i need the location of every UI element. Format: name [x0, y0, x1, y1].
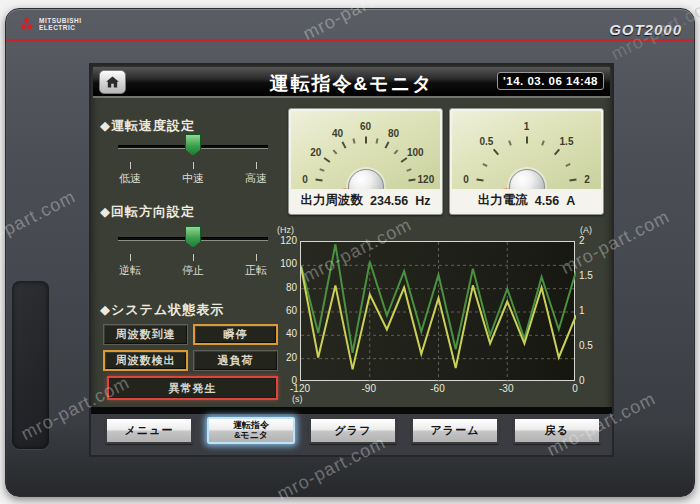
meter-tick-mark [554, 148, 560, 155]
right-axis-ticks: 21.510.50 [579, 235, 603, 387]
left-axis-ticks: 120100806040200 [273, 235, 297, 387]
meter-tick-label: 0.5 [480, 135, 494, 146]
meter-tick-mark [483, 162, 488, 166]
meter-tick-label: 1 [524, 121, 530, 132]
axis-tick-label: 80 [286, 282, 297, 294]
status-lamp-frequency-detected: 周波数検出 [103, 350, 188, 371]
meter-tick-mark [324, 157, 331, 163]
meter-tick-mark [400, 157, 407, 163]
x-axis-ticks: -120-90-60-300 [282, 383, 593, 394]
three-diamond-icon [18, 16, 35, 31]
meter-tick-mark [332, 149, 337, 154]
meter-tick-mark [476, 179, 483, 182]
meter-knob [348, 169, 384, 191]
meter-tick-mark [375, 139, 378, 144]
meter-tick-mark [565, 162, 570, 166]
meter-tick-label: 0 [463, 173, 469, 184]
speed-setting-heading: ◆運転速度設定 [100, 117, 195, 135]
status-lamp-frequency-reached: 周波数到達 [103, 324, 188, 345]
axis-tick-label: -60 [420, 383, 456, 394]
speed-tick-low: 低速 [108, 162, 152, 186]
direction-slider-handle[interactable] [185, 226, 201, 248]
meter-readout: 出力電流 4.56 A [452, 189, 601, 212]
meter-readout: 出力周波数 234.56 Hz [291, 189, 440, 212]
meter-tick-label: 80 [388, 127, 399, 138]
interface-cover-slot [12, 281, 49, 449]
nav-button-graph[interactable]: グラフ [309, 417, 397, 444]
system-status-heading: ◆システム状態表示 [100, 301, 224, 319]
model-logo: GOT2000 [609, 21, 682, 38]
meter-knob [509, 169, 545, 191]
meter-tick-mark [569, 179, 576, 182]
meter-tick-mark [526, 137, 528, 144]
nav-button-operation-monitor[interactable]: 運転指令&モニタ [207, 417, 295, 444]
x-axis-unit: (s) [292, 394, 303, 404]
speed-tick-high: 高速 [234, 162, 278, 186]
axis-tick-label: 60 [286, 305, 297, 317]
photo-stage: MITSUBISHI ELECTRIC GOT2000 運転指令&モニタ '14… [0, 0, 700, 504]
trend-graph [300, 241, 575, 381]
meter-tick-label: 20 [310, 146, 321, 157]
nav-button-alarm[interactable]: アラーム [411, 417, 499, 444]
axis-tick-label: 40 [286, 328, 297, 340]
axis-tick-label: 2 [579, 235, 585, 247]
speed-slider-handle[interactable] [185, 134, 201, 156]
meter-tick-mark [493, 148, 499, 155]
mitsubishi-logo: MITSUBISHI ELECTRIC [18, 16, 82, 31]
meter-tick-label: 60 [360, 121, 371, 132]
right-axis-unit: (A) [580, 225, 592, 235]
meter-tick-label: 0 [302, 173, 308, 184]
meter-tick-mark [406, 168, 411, 172]
axis-tick-label: 1 [579, 305, 585, 317]
speed-tick-mid: 中速 [171, 162, 215, 186]
meter-tick-mark [385, 142, 390, 149]
meter-tick-mark [541, 140, 545, 145]
left-axis-unit: (Hz) [277, 225, 294, 235]
meter-tick-label: 1.5 [560, 135, 574, 146]
status-lamp-error: 異常発生 [107, 376, 278, 400]
meter-tick-label: 2 [584, 173, 590, 184]
axis-tick-label: -30 [488, 383, 524, 394]
clock-display: '14. 03. 06 14:48 [497, 72, 604, 90]
meter-unit: Hz [415, 194, 430, 208]
axis-tick-label: 100 [280, 258, 297, 270]
meter-name: 出力周波数 [300, 192, 363, 209]
meter-tick-label: 40 [332, 127, 343, 138]
meter-dial-face: 00.511.52 [452, 111, 601, 191]
axis-tick-label: -120 [282, 383, 318, 394]
meter-name: 出力電流 [478, 192, 528, 209]
direction-tick-forward: 正転 [234, 254, 278, 278]
direction-tick-stop: 停止 [171, 254, 215, 278]
status-lamp-overload: 過負荷 [193, 350, 278, 371]
axis-tick-label: 1.5 [579, 270, 593, 282]
meter-tick-mark [319, 168, 324, 172]
meter-value: 234.56 [370, 194, 408, 208]
output-current-meter: 00.511.52 出力電流 4.56 A [449, 108, 604, 215]
meter-tick-mark [508, 140, 512, 145]
meter-tick-label: 120 [418, 173, 435, 184]
trend-graph-canvas [301, 242, 576, 382]
direction-slider-ticks: 逆転 停止 正転 [108, 254, 278, 278]
meter-tick-mark [408, 179, 415, 182]
meter-tick-mark [315, 179, 322, 182]
output-frequency-meter: 020406080100120 出力周波数 234.56 Hz [288, 108, 443, 215]
meter-tick-mark [394, 149, 399, 154]
meter-unit: A [566, 194, 575, 208]
got2000-panel-bezel: MITSUBISHI ELECTRIC GOT2000 運転指令&モニタ '14… [5, 8, 695, 497]
brand-line1: MITSUBISHI [39, 17, 82, 24]
bezel-red-stripe [6, 39, 694, 42]
title-bar: 運転指令&モニタ '14. 03. 06 14:48 [93, 67, 610, 98]
speed-slider-ticks: 低速 中速 高速 [108, 162, 278, 186]
nav-button-menu[interactable]: メニュー [105, 417, 193, 444]
axis-tick-label: -90 [351, 383, 387, 394]
nav-button-back[interactable]: 戻る [513, 417, 601, 444]
axis-tick-label: 0.5 [579, 340, 593, 352]
axis-tick-label: 20 [286, 352, 297, 364]
direction-tick-reverse: 逆転 [108, 254, 152, 278]
status-lamp-momentary-stop: 瞬停 [193, 324, 278, 345]
meter-value: 4.56 [535, 194, 559, 208]
axis-tick-label: 120 [280, 235, 297, 247]
meter-tick-mark [341, 142, 346, 149]
axis-tick-label: 0 [557, 383, 593, 394]
hmi-screen: 運転指令&モニタ '14. 03. 06 14:48 ◆運転速度設定 低速 中速… [89, 63, 614, 457]
